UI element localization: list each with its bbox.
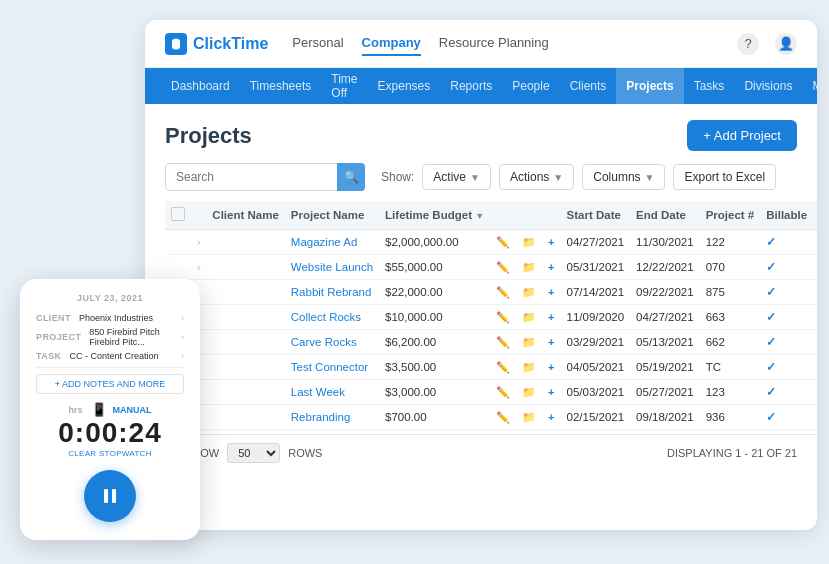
toolbar: 🔍 Show: Active ▼ Actions ▼ Columns ▼ Exp… [145, 163, 817, 201]
nav-divisions[interactable]: Divisions [734, 68, 802, 104]
nav-company[interactable]: Company [362, 31, 421, 56]
footer-right: DISPLAYING 1 - 21 OF 21 [667, 447, 797, 459]
nav-timeoff[interactable]: Time Off [321, 68, 367, 104]
page-header: Projects + Add Project [145, 104, 817, 163]
nav-projects[interactable]: Projects [616, 68, 683, 104]
nav-resource-planning[interactable]: Resource Planning [439, 31, 549, 56]
row-add-icon[interactable]: + [542, 380, 560, 405]
row-add-icon[interactable]: + [542, 255, 560, 280]
row-start: 11/09/2020 [561, 305, 631, 330]
row-project[interactable]: Last Week [285, 380, 379, 405]
sw-hrs-row: hrs 📱 MANUAL [68, 402, 151, 417]
row-edit-icon[interactable]: ✏️ [490, 405, 516, 430]
sw-divider [36, 367, 184, 368]
row-folder-icon[interactable]: 📁 [516, 230, 542, 255]
nav-timesheets[interactable]: Timesheets [240, 68, 322, 104]
export-button[interactable]: Export to Excel [673, 164, 776, 190]
row-project[interactable]: Test Connector [285, 355, 379, 380]
rows-label: ROWS [288, 447, 322, 459]
row-projnum: 875 [700, 280, 761, 305]
table-footer: ↻ SHOW 50 25 100 ROWS DISPLAYING 1 - 21 … [145, 434, 817, 471]
col-client[interactable]: Client Name [206, 201, 284, 230]
table-row: › Rebranding $700.00 ✏️ 📁 + 02/15/2021 0… [165, 405, 817, 430]
row-project[interactable]: Collect Rocks [285, 305, 379, 330]
row-add-icon[interactable]: + [542, 280, 560, 305]
col-projnum[interactable]: Project # [700, 201, 761, 230]
row-status: active [813, 305, 817, 330]
sw-clear-button[interactable]: CLEAR STOPWATCH [68, 449, 151, 458]
logo-text: ClickTime [193, 35, 268, 53]
col-project[interactable]: Project Name [285, 201, 379, 230]
row-start: 03/29/2021 [561, 330, 631, 355]
row-end: 05/19/2021 [630, 355, 700, 380]
nav-tasks[interactable]: Tasks [684, 68, 735, 104]
select-all-checkbox[interactable] [171, 207, 185, 221]
sw-manual-icon[interactable]: MANUAL [113, 405, 152, 415]
row-chevron[interactable]: › [191, 230, 206, 255]
col-billable[interactable]: Billable [760, 201, 813, 230]
row-folder-icon[interactable]: 📁 [516, 305, 542, 330]
logo-icon [165, 33, 187, 55]
row-add-icon[interactable]: + [542, 305, 560, 330]
nav-people[interactable]: People [502, 68, 559, 104]
row-end: 04/27/2021 [630, 305, 700, 330]
displaying-count: DISPLAYING 1 - 21 OF 21 [667, 447, 797, 459]
search-button[interactable]: 🔍 [337, 163, 365, 191]
row-add-icon[interactable]: + [542, 330, 560, 355]
row-edit-icon[interactable]: ✏️ [490, 380, 516, 405]
actions-dropdown[interactable]: Actions ▼ [499, 164, 574, 190]
col-start[interactable]: Start Date [561, 201, 631, 230]
row-folder-icon[interactable]: 📁 [516, 355, 542, 380]
stopwatch-widget: JULY 23, 2021 CLIENT Phoenix Industries … [20, 279, 200, 540]
row-edit-icon[interactable]: ✏️ [490, 305, 516, 330]
row-add-icon[interactable]: + [542, 405, 560, 430]
rows-per-page-select[interactable]: 50 25 100 [227, 443, 280, 463]
active-filter-dropdown[interactable]: Active ▼ [422, 164, 491, 190]
col-end[interactable]: End Date [630, 201, 700, 230]
nav-personal[interactable]: Personal [292, 31, 343, 56]
nav-dashboard[interactable]: Dashboard [161, 68, 240, 104]
row-add-icon[interactable]: + [542, 355, 560, 380]
app-window: ClickTime Personal Company Resource Plan… [145, 20, 817, 530]
columns-dropdown[interactable]: Columns ▼ [582, 164, 665, 190]
sw-pause-button[interactable] [84, 470, 136, 522]
row-folder-icon[interactable]: 📁 [516, 280, 542, 305]
row-edit-icon[interactable]: ✏️ [490, 255, 516, 280]
col-budget[interactable]: Lifetime Budget ▼ [379, 201, 490, 230]
row-folder-icon[interactable]: 📁 [516, 405, 542, 430]
nav-expenses[interactable]: Expenses [368, 68, 441, 104]
add-notes-label: + ADD NOTES AND MORE [55, 379, 165, 389]
row-start: 05/31/2021 [561, 255, 631, 280]
user-icon[interactable]: 👤 [775, 33, 797, 55]
row-edit-icon[interactable]: ✏️ [490, 280, 516, 305]
row-project[interactable]: Rebranding [285, 405, 379, 430]
row-edit-icon[interactable]: ✏️ [490, 355, 516, 380]
add-notes-button[interactable]: + ADD NOTES AND MORE [36, 374, 184, 394]
row-project[interactable]: Carve Rocks [285, 330, 379, 355]
nav-clients[interactable]: Clients [560, 68, 617, 104]
projects-table: Client Name Project Name Lifetime Budget… [165, 201, 817, 430]
row-status: active [813, 255, 817, 280]
nav-more[interactable]: More [802, 68, 817, 104]
row-folder-icon[interactable]: 📁 [516, 380, 542, 405]
row-project[interactable]: Magazine Ad [285, 230, 379, 255]
sw-project-row: PROJECT 850 Firebird Pitch Firebird Pitc… [36, 327, 184, 347]
row-status: active [813, 280, 817, 305]
row-project[interactable]: Website Launch [285, 255, 379, 280]
row-edit-icon[interactable]: ✏️ [490, 230, 516, 255]
row-project[interactable]: Rabbit Rebrand [285, 280, 379, 305]
row-folder-icon[interactable]: 📁 [516, 255, 542, 280]
row-chevron[interactable]: › [191, 255, 206, 280]
help-icon[interactable]: ? [737, 33, 759, 55]
sw-phone-icon[interactable]: 📱 [91, 402, 107, 417]
row-add-icon[interactable]: + [542, 230, 560, 255]
add-project-button[interactable]: + Add Project [687, 120, 797, 151]
row-edit-icon[interactable]: ✏️ [490, 330, 516, 355]
search-input[interactable] [165, 163, 365, 191]
row-billable: ✓ [760, 355, 813, 380]
nav-reports[interactable]: Reports [440, 68, 502, 104]
col-status[interactable]: Status [813, 201, 817, 230]
page-title: Projects [165, 123, 252, 149]
table-container: Client Name Project Name Lifetime Budget… [145, 201, 817, 430]
row-folder-icon[interactable]: 📁 [516, 330, 542, 355]
